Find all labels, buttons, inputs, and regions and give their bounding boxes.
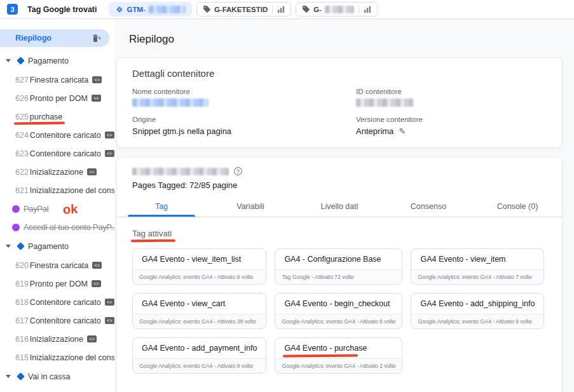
ga4-tag-tab[interactable]: G- [296, 2, 378, 17]
summary-tab[interactable]: Tag [117, 196, 206, 217]
fired-tag-card[interactable]: GA4 Evento - view_item Google Analytics:… [411, 248, 544, 285]
sidebar-element-item[interactable]: PayPal ok [0, 199, 114, 218]
red-underline-annotation [283, 354, 358, 357]
tab-label: Tag [155, 202, 168, 211]
sidebar-event-item[interactable]: 625purchase [0, 107, 114, 126]
element-dot-icon [12, 224, 20, 231]
event-number: 621 [15, 186, 29, 195]
fired-tag-card[interactable]: GA4 Evento - view_item_list Google Analy… [132, 248, 266, 285]
sidebar-event-item[interactable]: 618Contenitore caricato <> [0, 293, 114, 311]
sidebar-event-item[interactable]: 614form_submit [0, 386, 114, 392]
sidebar-element-item[interactable]: Accedi al tuo conto PayP... [0, 218, 114, 236]
event-label: Finestra caricata [30, 76, 88, 84]
event-text: 618Contenitore caricato [15, 298, 101, 307]
event-text: 615Inizializzazione del cons... [15, 353, 114, 362]
element-label: Accedi al tuo conto PayP... [24, 223, 114, 232]
tag-tabs: GTM- G-FAKETESTID G- [109, 2, 378, 17]
tag-icon [203, 5, 211, 13]
tag-name: GA4 Evento - add_shipping_info [420, 299, 535, 308]
event-group-diamond-icon [17, 57, 25, 65]
sidebar-event-item[interactable]: 624Contenitore caricato <> [0, 126, 114, 144]
element-dot-icon [12, 205, 20, 213]
sidebar-event-item[interactable]: 620Finestra caricata <> [0, 256, 114, 274]
sidebar-event-item[interactable]: 615Inizializzazione del cons... [0, 348, 114, 367]
sidebar-event-item[interactable]: 622Inizializzazione <> [0, 163, 114, 181]
event-number: 624 [15, 131, 29, 140]
code-badge-icon: <> [87, 335, 97, 342]
ga4-tag-tab[interactable]: G-FAKETESTID [196, 2, 291, 17]
code-badge-icon: <> [105, 132, 114, 139]
tag-name: GA4 Evento - view_item [420, 255, 505, 264]
fired-tag-card[interactable]: GA4 Evento - view_cart Google Analytics:… [132, 293, 266, 329]
tag-fire-detail: Google Analytics: evento GA4 - Attivato … [133, 269, 266, 284]
handwritten-ok-annotation: ok [62, 202, 78, 215]
event-label: Inizializzazione del cons... [30, 353, 114, 362]
container-detail-field: Origine Snippet gtm.js nella pagina [132, 116, 356, 136]
group-label: Pagamento [28, 57, 69, 65]
sidebar-event-item[interactable]: 627Finestra caricata <> [0, 71, 114, 89]
sidebar-event-item[interactable]: 621Inizializzazione del cons... [0, 181, 114, 199]
event-group-diamond-icon [17, 242, 25, 250]
summary-tab[interactable]: Variabili [206, 196, 295, 217]
event-number: 618 [15, 298, 29, 307]
edit-pencil-icon[interactable]: ✎ [399, 126, 406, 136]
sidebar-event-item[interactable]: 617Contenitore caricato <> [0, 311, 114, 330]
clear-list-trash-icon[interactable] [91, 34, 101, 43]
fired-tag-card[interactable]: GA4 Evento - purchase Google Analytics: … [275, 337, 402, 374]
container-detail-field: ID contenitore [356, 88, 547, 107]
sidebar-event-group[interactable]: Pagamento [0, 51, 114, 71]
summary-tabs: Tag Variabili Livello dati Consenso Cons… [117, 196, 562, 217]
field-label: Nome contenitore [132, 88, 356, 95]
help-icon[interactable]: ? [234, 167, 242, 175]
sidebar-event-group[interactable]: Vai in cassa [0, 367, 114, 386]
event-label: Pronto per DOM [30, 94, 88, 103]
code-badge-icon: <> [92, 280, 101, 287]
event-text: 624Contenitore caricato [15, 131, 101, 140]
event-label: Contenitore caricato [30, 131, 101, 140]
sidebar-event-item[interactable]: 623Contenitore caricato <> [0, 144, 114, 163]
tag-fire-detail: Google Analytics: evento GA4 - Attivato … [275, 358, 402, 373]
fired-tags-grid: GA4 Evento - view_item_list Google Analy… [132, 248, 549, 374]
tag-fire-detail: Google Analytics: evento GA4 - Attivato … [133, 358, 266, 373]
code-badge-icon: <> [105, 299, 114, 306]
bar-chart-icon [277, 6, 285, 13]
tag-name: GA4 - Configurazione Base [284, 255, 381, 264]
event-label: Inizializzazione del cons... [30, 186, 114, 195]
fired-tag-card[interactable]: GA4 Evento - begin_checkout Google Analy… [275, 293, 402, 329]
sidebar-event-group[interactable]: Pagamento [0, 236, 114, 256]
summary-card: ? Pages Tagged: 72/85 pagine Tag Variabi… [116, 157, 563, 392]
tab-label: G-FAKETESTID [214, 6, 268, 13]
tag-icon [302, 5, 310, 13]
sidebar-event-item[interactable]: 619Pronto per DOM <> [0, 274, 114, 293]
sidebar-event-item[interactable]: 616Inizializzazione <> [0, 330, 114, 348]
tag-name: GA4 Evento - begin_checkout [284, 299, 390, 308]
event-label: Finestra caricata [30, 261, 88, 270]
gtm-container-tab[interactable]: GTM- [109, 2, 192, 17]
event-group-diamond-icon [17, 372, 25, 381]
tags-found-count-badge: 3 [7, 4, 18, 15]
event-number: 627 [15, 76, 29, 84]
tag-fire-detail: Tag Google - Attivato 72 volte [275, 269, 402, 284]
sidebar-event-item[interactable]: 626Pronto per DOM <> [0, 89, 114, 107]
sidebar-item-summary[interactable]: Riepilogo [0, 29, 109, 47]
code-badge-icon: <> [92, 95, 101, 102]
code-badge-icon: <> [92, 76, 102, 83]
redacted-domain [132, 168, 229, 175]
redacted-container-id [356, 98, 413, 107]
fired-tag-card[interactable]: GA4 Evento - add_payment_info Google Ana… [132, 337, 266, 374]
gtm-diamond-icon [115, 5, 124, 14]
code-badge-icon: <> [105, 317, 114, 324]
tab-label: Consenso [411, 202, 446, 211]
tab-label: G- [313, 6, 322, 13]
event-text: 620Finestra caricata [15, 261, 88, 270]
event-label: Contenitore caricato [30, 298, 101, 307]
fired-tag-card[interactable]: GA4 Evento - add_shipping_info Google An… [411, 293, 544, 329]
chevron-down-icon [6, 59, 11, 62]
tag-fire-detail: Google Analytics: evento GA4 - Attivato … [275, 314, 402, 328]
field-value: Anteprima [356, 126, 393, 136]
summary-tab[interactable]: Livello dati [295, 196, 384, 217]
summary-tab[interactable]: Console (0) [473, 196, 562, 217]
field-label: Origine [132, 116, 356, 123]
summary-tab[interactable]: Consenso [384, 196, 473, 217]
fired-tag-card[interactable]: GA4 - Configurazione Base Tag Google - A… [275, 248, 402, 285]
